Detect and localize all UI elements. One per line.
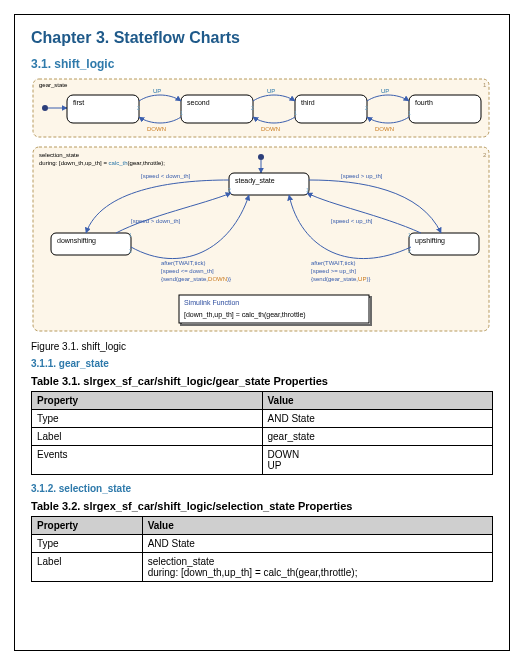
table-row: Events DOWNUP	[32, 446, 493, 475]
svg-text:2: 2	[129, 248, 132, 254]
svg-text:third: third	[301, 99, 315, 106]
cond-speed-lt-up: [speed < up_th]	[331, 218, 373, 224]
svg-text:1: 1	[408, 110, 411, 116]
after-left-l1: after(TWAIT,tick)	[161, 260, 205, 266]
svg-text:1: 1	[129, 232, 132, 238]
svg-text:1: 1	[294, 110, 297, 116]
svg-text:1: 1	[180, 110, 183, 116]
after-right-l3: {send(gear_state,UP)}	[311, 276, 370, 282]
th-property: Property	[37, 395, 78, 406]
simfn-body: [down_th,up_th] = calc_th(gear,throttle)	[184, 311, 306, 319]
gear-third: third	[295, 95, 367, 123]
figure-shift-logic: gear_state first second third fourth	[31, 75, 493, 335]
chapter-title: Chapter 3. Stateflow Charts	[31, 29, 493, 47]
after-left-l3: {send(gear_state,DOWN)}	[161, 276, 231, 282]
simulink-function-box: Simulink Function [down_th,up_th] = calc…	[179, 295, 371, 325]
after-right-l1: after(TWAIT,tick)	[311, 260, 355, 266]
table-row: Labelgear_state	[32, 428, 493, 446]
svg-text:1: 1	[306, 187, 309, 193]
page: Chapter 3. Stateflow Charts 3.1. shift_l…	[14, 14, 510, 651]
table-row: Label selection_stateduring: [down_th,up…	[32, 553, 493, 582]
svg-text:2: 2	[137, 105, 140, 111]
down-label-2: DOWN	[261, 126, 280, 132]
th-property: Property	[37, 520, 78, 531]
stateflow-diagram-svg: gear_state first second third fourth	[31, 75, 491, 335]
cond-speed-gt-down: [speed > down_th]	[131, 218, 181, 224]
selection-state-title: selection_state	[39, 152, 80, 158]
up-label-2: UP	[267, 88, 275, 94]
downshifting-label: downshifting	[57, 237, 96, 245]
selection-state-during: during: [down_th,up_th] = calc_th(gear,t…	[39, 160, 165, 166]
up-label-1: UP	[153, 88, 161, 94]
th-value: Value	[268, 395, 294, 406]
gear-fourth: fourth	[409, 95, 481, 123]
table2-title: Table 3.2. slrgex_sf_car/shift_logic/sel…	[31, 500, 493, 512]
svg-text:1: 1	[408, 232, 411, 238]
section-title: 3.1. shift_logic	[31, 57, 493, 71]
table-gear-state-properties: Property Value TypeAND State Labelgear_s…	[31, 391, 493, 475]
svg-text:fourth: fourth	[415, 99, 433, 106]
simfn-title: Simulink Function	[184, 299, 239, 306]
down-label-3: DOWN	[375, 126, 394, 132]
subsection-gear-state: 3.1.1. gear_state	[31, 358, 493, 369]
svg-text:2: 2	[408, 248, 411, 254]
cond-speed-lt-down: [speed < down_th]	[141, 173, 191, 179]
after-right-l2: [speed >= up_th]	[311, 268, 356, 274]
gear-state-label: gear_state	[39, 82, 68, 88]
down-label-1: DOWN	[147, 126, 166, 132]
svg-text:second: second	[187, 99, 210, 106]
section-num: 3.1.	[31, 57, 51, 71]
subsection-selection-state: 3.1.2. selection_state	[31, 483, 493, 494]
upshifting-label: upshifting	[415, 237, 445, 245]
table-row: TypeAND State	[32, 410, 493, 428]
table1-title: Table 3.1. slrgex_sf_car/shift_logic/gea…	[31, 375, 493, 387]
svg-text:2: 2	[365, 105, 368, 111]
gear-second: second	[181, 95, 253, 123]
figure-caption: Figure 3.1. shift_logic	[31, 341, 493, 352]
cond-speed-gt-up: [speed > up_th]	[341, 173, 383, 179]
table-row: TypeAND State	[32, 535, 493, 553]
up-label-3: UP	[381, 88, 389, 94]
gear-first: first	[67, 95, 139, 123]
section-name: shift_logic	[54, 57, 114, 71]
th-value: Value	[148, 520, 174, 531]
svg-text:2: 2	[228, 187, 231, 193]
svg-point-20	[258, 154, 264, 160]
svg-text:2: 2	[251, 105, 254, 111]
table-selection-state-properties: Property Value TypeAND State Label selec…	[31, 516, 493, 582]
steady-state-label: steady_state	[235, 177, 275, 185]
after-left-l2: [speed <= down_th]	[161, 268, 214, 274]
svg-text:first: first	[73, 99, 84, 106]
svg-point-1	[42, 105, 48, 111]
